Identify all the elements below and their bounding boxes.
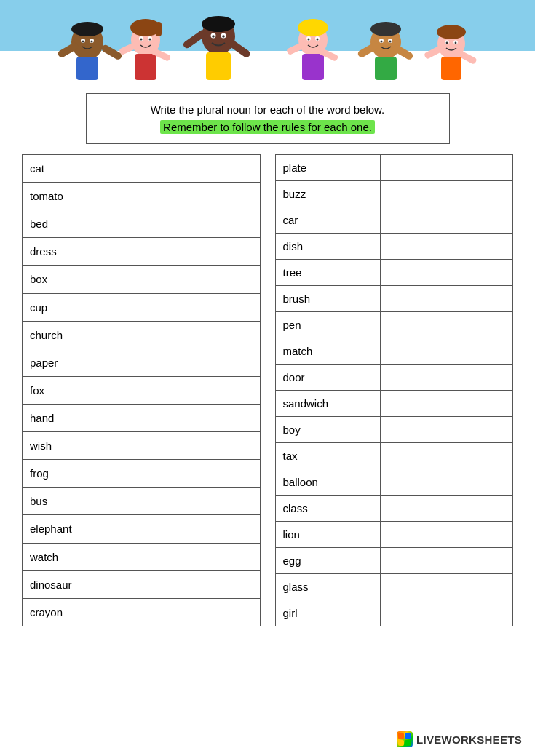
word-cell: dish	[275, 234, 380, 260]
instruction-line1: Write the plural noun for each of the wo…	[151, 103, 385, 116]
svg-rect-49	[441, 57, 461, 80]
word-cell: cup	[23, 293, 127, 321]
word-cell: sandwich	[275, 391, 380, 417]
answer-cell[interactable]	[127, 460, 260, 488]
word-cell: match	[275, 338, 380, 365]
table-row: cup	[23, 293, 261, 321]
svg-rect-12	[135, 54, 156, 80]
svg-point-53	[446, 42, 448, 44]
table-row: tomato	[23, 183, 261, 210]
answer-cell[interactable]	[127, 321, 260, 349]
svg-point-26	[212, 35, 215, 38]
answer-cell[interactable]	[127, 515, 260, 543]
answer-cell[interactable]	[127, 598, 260, 626]
answer-cell[interactable]	[380, 417, 512, 443]
word-cell: fox	[23, 376, 127, 404]
answer-cell[interactable]	[380, 234, 512, 260]
table-row: match	[275, 338, 513, 365]
table-row: wish	[23, 432, 261, 460]
word-cell: plate	[275, 155, 380, 181]
answer-cell[interactable]	[127, 349, 260, 376]
answer-cell[interactable]	[380, 548, 512, 574]
answer-cell[interactable]	[380, 391, 512, 417]
logo-text: LIVEWORKSHEETS	[416, 733, 522, 746]
table-row: elephant	[23, 515, 261, 543]
table-row: box	[23, 266, 261, 293]
answer-cell[interactable]	[380, 469, 512, 496]
left-word-table: cattomatobeddressboxcupchurchpaperfoxhan…	[22, 154, 261, 626]
answer-cell[interactable]	[380, 286, 512, 312]
answer-cell[interactable]	[127, 570, 260, 598]
answer-cell[interactable]	[127, 376, 260, 404]
answer-cell[interactable]	[380, 574, 512, 600]
answer-cell[interactable]	[380, 496, 512, 522]
table-row: balloon	[275, 469, 513, 496]
footer: LIVEWORKSHEETS	[397, 731, 522, 747]
word-cell: buzz	[275, 181, 380, 207]
word-cell: class	[275, 496, 380, 522]
answer-cell[interactable]	[127, 432, 260, 460]
svg-rect-3	[76, 57, 98, 80]
answer-cell[interactable]	[127, 155, 260, 183]
table-row: bed	[23, 210, 261, 238]
word-cell: girl	[275, 600, 380, 626]
word-cell: elephant	[23, 515, 127, 543]
answer-cell[interactable]	[380, 312, 512, 338]
answer-cell[interactable]	[380, 207, 512, 234]
svg-point-7	[82, 41, 84, 43]
table-row: tax	[275, 443, 513, 469]
word-cell: wish	[23, 432, 127, 460]
word-cell: dinosaur	[23, 570, 127, 598]
table-row: lion	[275, 522, 513, 548]
instruction-line2: Remember to follow the rules for each on…	[160, 120, 375, 134]
answer-cell[interactable]	[380, 365, 512, 391]
answer-cell[interactable]	[380, 600, 512, 626]
answer-cell[interactable]	[127, 488, 260, 515]
svg-point-23	[202, 16, 235, 32]
table-row: egg	[275, 548, 513, 574]
answer-cell[interactable]	[127, 293, 260, 321]
word-cell: boy	[275, 417, 380, 443]
svg-point-4	[71, 22, 103, 36]
word-cell: glass	[275, 574, 380, 600]
table-row: church	[23, 321, 261, 349]
svg-rect-31	[302, 54, 324, 80]
table-row: plate	[275, 155, 513, 181]
svg-point-27	[222, 35, 225, 38]
table-row: frog	[23, 460, 261, 488]
answer-cell[interactable]	[127, 210, 260, 238]
answer-cell[interactable]	[380, 522, 512, 548]
word-cell: cat	[23, 155, 127, 183]
svg-point-45	[389, 41, 392, 43]
table-row: paper	[23, 349, 261, 376]
table-row: hand	[23, 404, 261, 431]
answer-cell[interactable]	[127, 266, 260, 293]
right-word-table: platebuzzcardishtreebrushpenmatchdoorsan…	[275, 154, 514, 626]
table-row: buzz	[275, 181, 513, 207]
svg-point-36	[317, 39, 319, 41]
word-cell: bed	[23, 210, 127, 238]
answer-cell[interactable]	[380, 443, 512, 469]
liveworksheets-logo: LIVEWORKSHEETS	[397, 731, 522, 747]
word-cell: watch	[23, 543, 127, 570]
answer-cell[interactable]	[127, 404, 260, 431]
answer-cell[interactable]	[380, 260, 512, 286]
svg-point-54	[455, 42, 457, 44]
word-cell: church	[23, 321, 127, 349]
header-banner	[0, 0, 535, 80]
answer-cell[interactable]	[380, 155, 512, 181]
answer-cell[interactable]	[380, 338, 512, 365]
word-cell: box	[23, 266, 127, 293]
table-row: glass	[275, 574, 513, 600]
svg-point-18	[149, 39, 151, 41]
svg-point-50	[437, 25, 466, 39]
answer-cell[interactable]	[380, 181, 512, 207]
table-row: car	[275, 207, 513, 234]
answer-cell[interactable]	[127, 238, 260, 266]
svg-rect-14	[156, 22, 162, 36]
table-row: crayon	[23, 598, 261, 626]
word-cell: tree	[275, 260, 380, 286]
table-row: brush	[275, 286, 513, 312]
answer-cell[interactable]	[127, 183, 260, 210]
answer-cell[interactable]	[127, 543, 260, 570]
